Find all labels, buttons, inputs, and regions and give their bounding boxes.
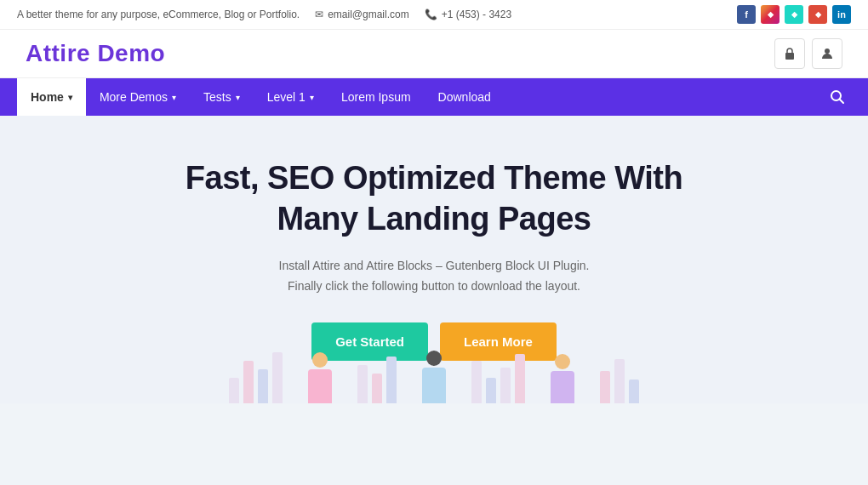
nav-level1-label: Level 1 (267, 90, 306, 104)
hero-subtitle-line2: Finally click the following button to do… (288, 279, 580, 293)
instagram-icon[interactable]: ◆ (761, 5, 779, 24)
bar-group-4 (600, 344, 639, 403)
bar (243, 361, 254, 403)
bar (600, 371, 610, 403)
svg-rect-0 (785, 53, 794, 60)
phone-contact: 📞 +1 (453) - 3423 (425, 9, 511, 20)
svg-line-3 (840, 100, 844, 104)
linkedin-icon[interactable]: in (832, 5, 851, 24)
facebook-icon[interactable]: f (737, 5, 756, 24)
figure-body-3 (551, 371, 574, 403)
header-action-icons (774, 38, 842, 69)
illustration-row (0, 335, 868, 403)
figure-3 (551, 354, 574, 403)
nav-tests-label: Tests (203, 90, 231, 104)
email-address: email@gmail.com (328, 9, 409, 20)
figure-body-1 (308, 369, 332, 403)
bar (272, 352, 283, 403)
bar (629, 379, 639, 403)
figure-head-3 (555, 354, 570, 369)
nav-download-label: Download (438, 90, 491, 104)
nav-item-home[interactable]: Home ▾ (17, 78, 86, 116)
diamond-icon[interactable]: ◆ (785, 5, 803, 24)
nav-item-tests[interactable]: Tests ▾ (190, 78, 254, 116)
bar (357, 365, 368, 403)
user-button[interactable] (812, 38, 842, 69)
figure-head-2 (426, 351, 442, 366)
nav-items: Home ▾ More Demos ▾ Tests ▾ Level 1 ▾ Lo… (17, 78, 505, 116)
hero-subtitle-line1: Install Attire and Attire Blocks – Guten… (279, 259, 590, 272)
nav-item-level1[interactable]: Level 1 ▾ (254, 78, 328, 116)
bar-group-1 (229, 344, 283, 403)
nav-home-label: Home (31, 90, 64, 104)
nav-tests-chevron: ▾ (236, 93, 240, 102)
figure-2 (422, 351, 446, 403)
lock-icon (783, 47, 797, 60)
nav-search-button[interactable] (824, 83, 851, 111)
social-icons: f ◆ ◆ ◆ in (737, 5, 851, 24)
nav-home-chevron: ▾ (68, 93, 72, 102)
site-header: Attire Demo (0, 30, 868, 78)
figure-head-1 (312, 352, 328, 368)
bar (486, 378, 496, 403)
phone-icon: 📞 (425, 9, 437, 20)
bar (229, 378, 239, 403)
googleplus-icon[interactable]: ◆ (808, 5, 827, 24)
nav-more-demos-chevron: ▾ (172, 93, 176, 102)
phone-number: +1 (453) - 3423 (442, 9, 511, 20)
hero-title: Fast, SEO Optimized Theme With Many Land… (170, 158, 698, 239)
bar (386, 357, 397, 403)
bar (500, 368, 511, 403)
bar (614, 359, 625, 403)
bar (515, 354, 525, 403)
nav-lorem-label: Lorem Ipsum (341, 90, 411, 104)
nav-more-demos-label: More Demos (100, 90, 168, 104)
bar-group-2 (357, 344, 397, 403)
figure-body-2 (422, 368, 446, 403)
tagline: A better theme for any purpose, eCommerc… (17, 9, 300, 20)
svg-point-1 (825, 48, 830, 54)
lock-button[interactable] (774, 38, 805, 69)
top-bar-left: A better theme for any purpose, eCommerc… (17, 9, 511, 20)
site-logo[interactable]: Attire Demo (26, 40, 165, 67)
search-icon (830, 89, 845, 105)
nav-level1-chevron: ▾ (310, 93, 314, 102)
bar-group-3 (471, 344, 525, 403)
email-contact: ✉ email@gmail.com (315, 9, 409, 20)
nav-item-more-demos[interactable]: More Demos ▾ (86, 78, 190, 116)
top-bar: A better theme for any purpose, eCommerc… (0, 0, 868, 30)
navbar: Home ▾ More Demos ▾ Tests ▾ Level 1 ▾ Lo… (0, 78, 868, 116)
figure-1 (308, 352, 332, 403)
bar (471, 361, 482, 403)
bar (258, 369, 268, 403)
nav-item-lorem[interactable]: Lorem Ipsum (328, 78, 425, 116)
email-icon: ✉ (315, 9, 323, 20)
nav-item-download[interactable]: Download (425, 78, 505, 116)
bar (372, 374, 382, 403)
user-icon (820, 47, 834, 60)
hero-section: Fast, SEO Optimized Theme With Many Land… (0, 116, 868, 403)
hero-subtitle: Install Attire and Attire Blocks – Guten… (279, 256, 590, 297)
